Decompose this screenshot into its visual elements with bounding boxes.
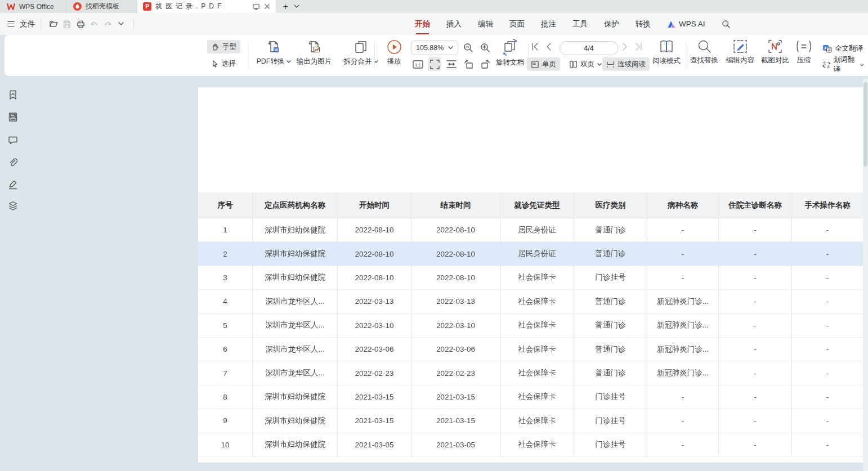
single-page-button[interactable]: 单页 <box>527 57 560 71</box>
table-cell: - <box>719 433 792 457</box>
export-image-label: 输出为图片 <box>297 57 332 66</box>
menu-item-保护[interactable]: 保护 <box>604 13 619 35</box>
screenshot-compare-label: 截图对比 <box>761 56 789 65</box>
word-translate-icon: 文A <box>822 60 831 69</box>
fit-page-button[interactable] <box>428 57 441 71</box>
zoom-in-icon <box>480 43 490 53</box>
undo-button[interactable] <box>87 17 101 31</box>
next-page-button[interactable] <box>623 43 628 51</box>
bookmark-panel-icon[interactable] <box>7 89 19 101</box>
rotate-document-button[interactable]: 旋转文档 <box>493 39 527 68</box>
table-cell: - <box>719 290 792 313</box>
tab-list-chevron-icon[interactable] <box>294 5 299 8</box>
zoom-out-button[interactable] <box>462 41 475 55</box>
annotate-panel-icon[interactable] <box>7 179 19 190</box>
rotate-right-button[interactable] <box>478 57 492 71</box>
present-monitor-icon[interactable] <box>252 3 260 10</box>
hand-tool-button[interactable]: 手型 <box>207 40 240 53</box>
tab-document-active[interactable]: P 就医记录.PDF <box>137 0 276 13</box>
svg-text:1:1: 1:1 <box>414 62 421 68</box>
menu-item-页面[interactable]: 页面 <box>509 13 525 35</box>
menu-item-工具[interactable]: 工具 <box>572 13 588 35</box>
fulltext-translate-button[interactable]: A字 全文翻译 <box>818 42 867 55</box>
open-file-button[interactable] <box>47 17 60 31</box>
page-number-input[interactable]: 4/4 <box>560 41 618 55</box>
select-tool-button[interactable]: 选择 <box>207 57 240 70</box>
compress-icon <box>796 39 812 53</box>
fulltext-translate-icon: A字 <box>822 44 832 53</box>
attachment-panel-icon[interactable] <box>7 157 19 168</box>
table-cell: - <box>792 433 863 457</box>
table-cell: - <box>719 314 792 338</box>
rotate-left-button[interactable] <box>462 57 475 71</box>
pdf-file-icon: P <box>143 2 151 11</box>
word-translate-button[interactable]: 文A 划词翻译 <box>818 58 868 71</box>
screenshot-compare-icon <box>768 39 782 53</box>
table-cell: - <box>792 242 863 266</box>
find-replace-button[interactable]: 查找替换 <box>687 39 722 65</box>
vertical-scrollbar[interactable] <box>863 79 868 471</box>
one-to-one-icon: 1:1 <box>413 60 423 69</box>
table-cell: 2022-08-10 <box>338 218 411 242</box>
zoom-level-select[interactable]: 105.88% <box>411 41 458 55</box>
save-button[interactable] <box>60 17 74 31</box>
table-cell: 普通门诊 <box>574 290 647 313</box>
table-cell: 新冠肺炎门诊... <box>647 314 719 338</box>
play-button[interactable]: 播放 <box>378 39 410 66</box>
comment-panel-icon[interactable] <box>7 134 19 146</box>
table-cell: 1 <box>198 218 253 242</box>
zoom-in-button[interactable] <box>478 41 492 55</box>
layers-panel-icon[interactable] <box>7 200 19 212</box>
edit-content-button[interactable]: 编辑内容 <box>723 39 758 65</box>
tab-wps-office[interactable]: WPS Office <box>0 0 66 13</box>
file-menu[interactable]: 文件 <box>0 19 35 29</box>
table-cell: 2022-08-10 <box>411 218 500 242</box>
double-page-button[interactable]: 双页 <box>565 57 606 71</box>
table-cell: 新冠肺炎门诊... <box>647 338 719 361</box>
fit-width-button[interactable] <box>445 57 458 71</box>
table-cell: - <box>792 290 863 313</box>
close-tab-icon[interactable] <box>264 3 270 10</box>
table-header-cell: 住院主诊断名称 <box>719 192 792 218</box>
last-page-button[interactable] <box>635 43 642 51</box>
screenshot-compare-button[interactable]: 截图对比 <box>758 39 793 65</box>
table-cell: 2022-03-13 <box>338 290 411 313</box>
menu-item-转换[interactable]: 转换 <box>636 13 651 35</box>
menu-wps-ai[interactable]: WPS AI <box>667 13 705 35</box>
table-cell: 2021-03-15 <box>338 385 411 409</box>
read-mode-button[interactable]: 阅读模式 <box>650 39 683 66</box>
scrollbar-thumb[interactable] <box>863 82 867 167</box>
first-page-button[interactable] <box>531 43 539 51</box>
table-cell: 新冠肺炎门诊... <box>647 361 719 385</box>
pdf-page[interactable]: 序号定点医药机构名称开始时间结束时间就诊凭证类型医疗类别病种名称住院主诊断名称手… <box>198 87 863 463</box>
rotate-right-icon <box>481 60 490 69</box>
new-tab-button[interactable]: + <box>283 2 288 11</box>
wps-ai-icon <box>667 20 676 28</box>
quickbar-chevron-icon[interactable] <box>114 17 128 31</box>
table-cell: 普通门诊 <box>574 314 647 338</box>
menu-item-插入[interactable]: 插入 <box>446 13 462 35</box>
table-cell: - <box>792 218 863 242</box>
previous-page-button[interactable] <box>546 43 551 51</box>
print-button[interactable] <box>74 17 87 31</box>
menu-search[interactable] <box>722 13 731 35</box>
tab-docer-templates[interactable]: 找稻壳模板 <box>66 0 137 13</box>
redo-button[interactable] <box>101 17 114 31</box>
split-merge-button[interactable]: 拆分合并 <box>338 39 384 66</box>
export-image-button[interactable]: 输出为图片 <box>290 39 338 66</box>
menu-item-批注[interactable]: 批注 <box>541 13 556 35</box>
menu-item-编辑[interactable]: 编辑 <box>478 13 493 35</box>
actual-size-button[interactable]: 1:1 <box>411 57 424 71</box>
compress-button[interactable]: 压缩 <box>791 39 816 65</box>
hamburger-icon <box>7 20 15 28</box>
table-cell: 社会保障卡 <box>500 385 574 409</box>
thumbnail-panel-icon[interactable] <box>7 111 19 123</box>
export-image-icon <box>307 39 322 55</box>
table-cell: - <box>719 242 792 266</box>
table-cell: 2021-03-15 <box>338 409 411 433</box>
table-row: 7深圳市龙华区人...2022-02-232022-02-23社会保障卡普通门诊… <box>198 361 863 385</box>
table-header-cell: 医疗类别 <box>574 192 647 218</box>
menu-item-开始[interactable]: 开始 <box>415 13 430 35</box>
continuous-reading-button[interactable]: 连续阅读 <box>602 57 650 71</box>
play-icon <box>387 39 402 55</box>
